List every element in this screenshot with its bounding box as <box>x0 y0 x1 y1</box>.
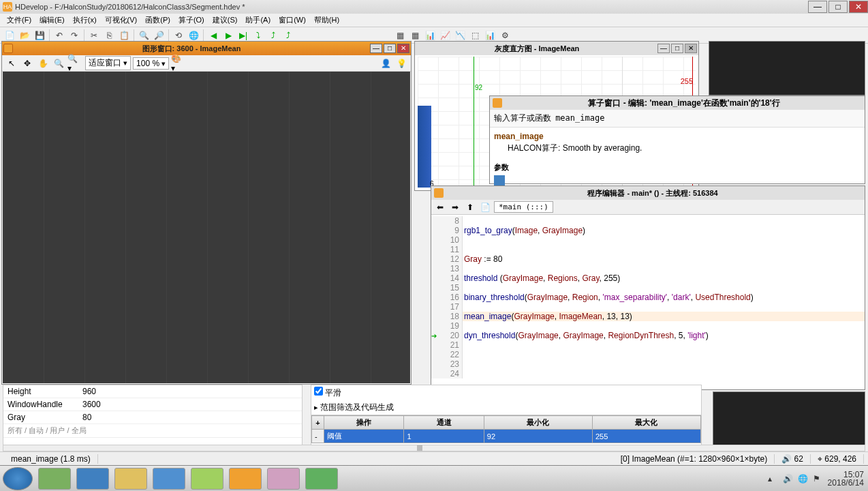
menu-execute[interactable]: 执行(x) <box>69 14 101 27</box>
horizontal-scrollbar[interactable] <box>3 445 865 451</box>
menu-assistants[interactable]: 助手(A) <box>241 14 275 27</box>
doc-icon[interactable]: 📄 <box>479 201 491 213</box>
graphics-window-header[interactable]: 图形窗口: 3600 - ImageMean — □ ✕ <box>2 42 411 55</box>
operator-header[interactable]: 算子窗口 - 编辑: 'mean_image'在函数'main'的'18'行 <box>490 96 865 110</box>
menu-help[interactable]: 帮助(H) <box>310 14 343 27</box>
code-line[interactable]: 12Gray := 80 <box>431 254 865 264</box>
color-icon[interactable]: 🎨▾ <box>171 57 185 70</box>
save-icon[interactable]: 💾 <box>33 29 46 42</box>
taskbar-app-3[interactable] <box>114 468 147 490</box>
table-row[interactable]: - 阈值 1 92 255 <box>312 430 701 443</box>
tray-icon[interactable]: ▴ <box>768 474 777 483</box>
taskbar-app-7[interactable] <box>267 468 300 490</box>
histogram-header[interactable]: 灰度直方图 - ImageMean — □ ✕ <box>415 42 698 55</box>
taskbar-clock[interactable]: 15:07 2018/6/14 <box>828 471 864 487</box>
person-icon[interactable]: 👤 <box>379 57 392 70</box>
col-max[interactable]: 最大化 <box>592 416 700 430</box>
col-min[interactable]: 最小化 <box>484 416 592 430</box>
code-line[interactable]: ➔20dyn_threshold(GrayImage, GrayImage, R… <box>431 331 865 340</box>
tool4-icon[interactable]: 📈 <box>438 29 452 42</box>
tool1-icon[interactable]: ▦ <box>393 29 407 42</box>
step-back-icon[interactable]: ◀ <box>206 29 220 42</box>
taskbar-app-2[interactable] <box>76 468 109 490</box>
code-line[interactable]: 23 <box>431 359 865 369</box>
hand-icon[interactable]: ✋ <box>36 57 50 70</box>
open-icon[interactable]: 📂 <box>18 29 31 42</box>
fit-dropdown[interactable]: 适应窗口 ▾ <box>85 56 131 70</box>
menu-file[interactable]: 文件(F) <box>3 14 35 27</box>
hist-minimize-button[interactable]: — <box>657 44 670 53</box>
step-into-icon[interactable]: ⤵ <box>251 29 265 42</box>
program-tab[interactable]: *main (:::) <box>494 201 553 213</box>
maximize-button[interactable]: □ <box>828 1 848 13</box>
taskbar-app-1[interactable] <box>38 468 71 490</box>
find-icon[interactable]: 🔍 <box>137 29 151 42</box>
menu-operators[interactable]: 算子(O) <box>174 14 208 27</box>
menu-suggest[interactable]: 建议(S) <box>208 14 242 27</box>
gfx-close-button[interactable]: ✕ <box>397 44 409 53</box>
taskbar-app-5[interactable] <box>191 468 223 490</box>
move-icon[interactable]: ✥ <box>20 57 34 70</box>
hist-maximize-button[interactable]: □ <box>671 44 683 53</box>
code-line[interactable]: 11 <box>431 245 865 254</box>
gfx-maximize-button[interactable]: □ <box>384 44 396 53</box>
reset-icon[interactable]: ⟲ <box>172 29 185 42</box>
col-channel[interactable]: 通道 <box>404 416 484 430</box>
var-row[interactable]: Height 960 <box>3 385 302 398</box>
tray-icon[interactable]: 🔊 <box>783 474 792 483</box>
smooth-checkbox[interactable] <box>314 387 323 396</box>
step-over-icon[interactable]: ⤴ <box>266 29 280 42</box>
code-line[interactable]: 16binary_threshold(GrayImage, Region, 'm… <box>431 293 865 302</box>
menu-edit[interactable]: 编辑(E) <box>35 14 69 27</box>
tray-icon[interactable]: 🌐 <box>798 474 807 483</box>
close-button[interactable]: ✕ <box>849 1 868 13</box>
graphics-canvas[interactable] <box>3 72 410 383</box>
code-line[interactable]: 21 <box>431 340 865 350</box>
redo-icon[interactable]: ↷ <box>67 29 81 42</box>
program-editor-header[interactable]: 程序编辑器 - main* () - 主线程: 516384 <box>431 186 865 200</box>
var-filter-row[interactable]: 所有 / 自动 / 用户 / 全局 <box>3 424 302 438</box>
code-line[interactable]: 24 <box>431 369 865 378</box>
menu-functions[interactable]: 函数(P) <box>141 14 174 27</box>
tool6-icon[interactable]: ⬚ <box>468 29 482 42</box>
code-line[interactable]: 18mean_image(GrayImage, ImageMean, 13, 1… <box>431 312 865 321</box>
tool2-icon[interactable]: ▦ <box>408 29 422 42</box>
add-row-button[interactable]: + <box>312 416 324 430</box>
operator-input-value[interactable]: mean_image <box>555 113 604 123</box>
hist-close-button[interactable]: ✕ <box>685 44 697 53</box>
undo-icon[interactable]: ↶ <box>52 29 66 42</box>
minimize-button[interactable]: — <box>808 1 827 13</box>
code-line[interactable]: 14threshold (GrayImage, Regions, Gray, 2… <box>431 273 865 283</box>
tool7-icon[interactable]: 📊 <box>483 29 497 42</box>
nav-forward-icon[interactable]: ➡ <box>449 201 461 213</box>
col-operation[interactable]: 操作 <box>324 416 404 430</box>
tool5-icon[interactable]: 📉 <box>453 29 467 42</box>
step-icon[interactable]: ▶| <box>236 29 250 42</box>
nav-up-icon[interactable]: ⬆ <box>464 201 476 213</box>
code-line[interactable]: 8 <box>431 216 865 226</box>
var-row[interactable]: WindowHandle 3600 <box>3 398 302 411</box>
zoom-icon[interactable]: 🔍 <box>52 57 65 70</box>
code-line[interactable]: 10 <box>431 235 865 245</box>
var-row[interactable]: Gray 80 <box>3 411 302 424</box>
smooth-checkbox-row[interactable]: 平滑 <box>311 385 701 400</box>
remove-row-button[interactable]: - <box>312 430 324 443</box>
pointer-icon[interactable]: ↖ <box>5 57 18 70</box>
copy-icon[interactable]: ⎘ <box>102 29 116 42</box>
paste-icon[interactable]: 📋 <box>117 29 131 42</box>
zoom-drop-icon[interactable]: 🔍▾ <box>67 57 81 70</box>
code-line[interactable]: 19 <box>431 321 865 331</box>
taskbar-app-6[interactable] <box>229 468 262 490</box>
gfx-minimize-button[interactable]: — <box>370 44 382 53</box>
replace-icon[interactable]: 🔎 <box>152 29 166 42</box>
range-header[interactable]: 范围筛选及代码生成 <box>320 402 394 412</box>
tool3-icon[interactable]: 📊 <box>423 29 437 42</box>
tray-icon[interactable]: ⚑ <box>813 474 822 483</box>
lightbulb-icon[interactable]: 💡 <box>394 57 408 70</box>
taskbar-app-4[interactable] <box>153 468 185 490</box>
step-out-icon[interactable]: ⤴ <box>281 29 295 42</box>
new-icon[interactable]: 📄 <box>3 29 16 42</box>
code-area[interactable]: 89rgb1_to_gray(Image, GrayImage)101112Gr… <box>431 216 865 389</box>
param-image-icon[interactable] <box>494 175 505 186</box>
tool8-icon[interactable]: ⚙ <box>498 29 512 42</box>
